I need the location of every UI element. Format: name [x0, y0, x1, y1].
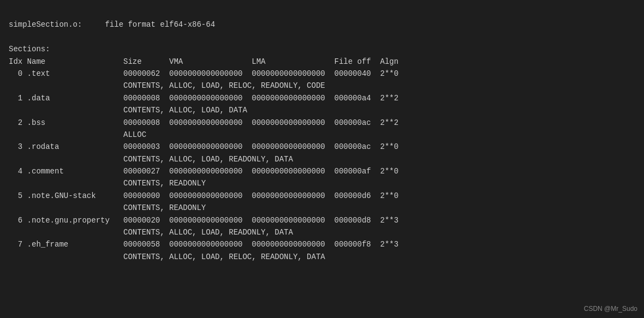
terminal-line: 7 .eh_frame 00000058 0000000000000000 00…	[9, 238, 635, 250]
terminal-line: Sections:	[9, 43, 635, 55]
terminal-line: 2 .bss 00000008 0000000000000000 0000000…	[9, 117, 635, 129]
terminal-line: 6 .note.gnu.property 00000020 0000000000…	[9, 214, 635, 226]
terminal-line: simpleSection.o: file format elf64-x86-6…	[9, 19, 635, 31]
terminal-line: CONTENTS, ALLOC, LOAD, READONLY, DATA	[9, 226, 635, 238]
terminal-line: 5 .note.GNU-stack 00000000 0000000000000…	[9, 190, 635, 202]
terminal-line: CONTENTS, READONLY	[9, 177, 635, 189]
terminal-line: 3 .rodata 00000003 0000000000000000 0000…	[9, 141, 635, 153]
terminal-line: CONTENTS, READONLY	[9, 202, 635, 214]
terminal-line: CONTENTS, ALLOC, LOAD, RELOC, READONLY, …	[9, 251, 635, 263]
terminal-line: 1 .data 00000008 0000000000000000 000000…	[9, 92, 635, 104]
terminal-line: 0 .text 00000062 0000000000000000 000000…	[9, 68, 635, 80]
watermark-label: CSDN @Mr_Sudo	[584, 305, 637, 313]
terminal-line: CONTENTS, ALLOC, LOAD, RELOC, READONLY, …	[9, 80, 635, 92]
terminal-line: ALLOC	[9, 129, 635, 141]
terminal-line	[9, 31, 635, 43]
terminal-line: CONTENTS, ALLOC, LOAD, DATA	[9, 104, 635, 116]
terminal-output: simpleSection.o: file format elf64-x86-6…	[9, 7, 635, 263]
terminal-line: Idx Name Size VMA LMA File off Algn	[9, 56, 635, 68]
terminal-line: CONTENTS, ALLOC, LOAD, READONLY, DATA	[9, 153, 635, 165]
terminal-line: 4 .comment 00000027 0000000000000000 000…	[9, 165, 635, 177]
